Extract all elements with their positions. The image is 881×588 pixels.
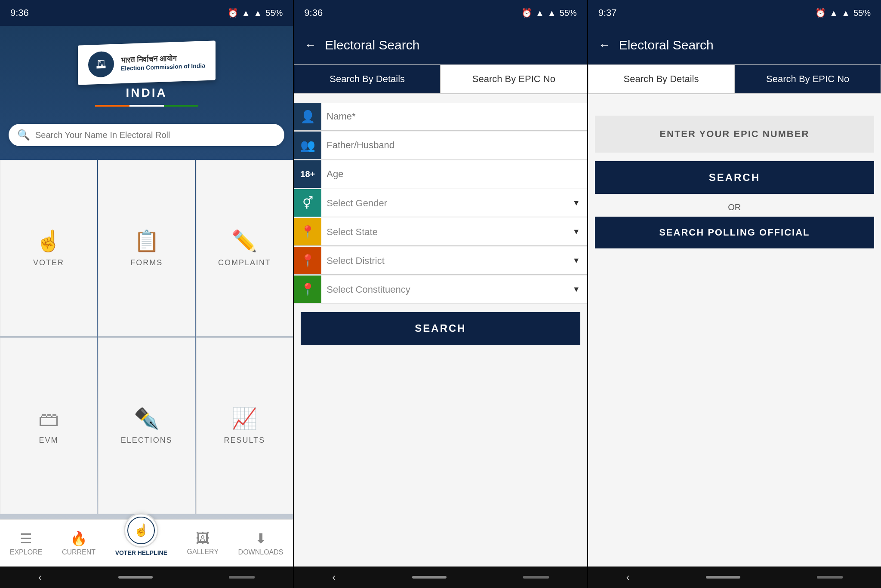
search-button-2[interactable]: SEARCH	[301, 312, 580, 345]
voter-helpline-circle: ☝	[124, 513, 158, 548]
home-pill-1	[118, 576, 153, 579]
status-bar-1: 9:36 ⏰ ▲ ▲ 55%	[0, 0, 293, 26]
nav-explore[interactable]: ☰ EXPLORE	[10, 530, 43, 556]
father-input[interactable]	[321, 132, 587, 159]
home-search-input[interactable]	[35, 130, 276, 140]
name-field-row: 👤	[294, 103, 587, 131]
form-area-2: 👤 👥 18+ ⚥ Select Gender Male Female Othe…	[294, 94, 587, 567]
orange-line	[95, 105, 129, 107]
nav-downloads[interactable]: ⬇ DOWNLOADS	[238, 530, 283, 556]
district-select[interactable]: Select District	[321, 248, 566, 274]
tab-details-3[interactable]: Search By Details	[588, 64, 735, 94]
phone-bar-1: ‹	[0, 567, 293, 588]
results-icon: 📈	[231, 407, 257, 431]
tab-epic-3[interactable]: Search By EPIC No	[734, 64, 881, 94]
or-separator: OR	[588, 202, 881, 212]
state-select[interactable]: Select State	[321, 219, 566, 245]
signal-icon: ▲	[254, 8, 262, 18]
nav-current[interactable]: 🔥 CURRENT	[62, 530, 95, 556]
forms-label: FORMS	[130, 258, 163, 267]
home-screen: 9:36 ⏰ ▲ ▲ 55% 🗳 भारत निर्वाचन आयोग Elec…	[0, 0, 293, 588]
time-1: 9:36	[10, 7, 29, 18]
alarm-icon-2: ⏰	[521, 8, 532, 18]
app-header-2: ← Electoral Search	[294, 26, 587, 64]
back-arrow-3[interactable]: ←	[598, 38, 610, 52]
father-icon: 👥	[294, 132, 321, 159]
menu-evm[interactable]: 🗃 EVM	[0, 337, 97, 514]
age-input[interactable]	[321, 161, 587, 187]
status-bar-3: 9:37 ⏰ ▲ ▲ 55%	[588, 0, 881, 26]
time-3: 9:37	[598, 7, 617, 18]
wifi-icon-2: ▲	[536, 8, 544, 18]
gender-select[interactable]: Select Gender Male Female Other	[321, 190, 566, 216]
explore-label: EXPLORE	[10, 548, 43, 556]
header-title-2: Electoral Search	[325, 38, 419, 52]
status-icons-3: ⏰ ▲ ▲ 55%	[815, 8, 871, 18]
menu-forms[interactable]: 📋 FORMS	[98, 160, 195, 337]
district-dropdown-arrow: ▼	[566, 256, 587, 265]
menu-complaint[interactable]: ✏️ COMPLAINT	[196, 160, 293, 337]
name-input[interactable]	[321, 103, 587, 130]
back-btn-sys-1[interactable]: ‹	[38, 571, 42, 583]
back-btn-sys-2[interactable]: ‹	[332, 571, 336, 583]
menu-voter[interactable]: ☝ VOTER	[0, 160, 97, 337]
nav-gallery[interactable]: 🖼 GALLERY	[187, 530, 219, 556]
electoral-search-details: 9:36 ⏰ ▲ ▲ 55% ← Electoral Search Search…	[293, 0, 587, 588]
father-field-row: 👥	[294, 132, 587, 159]
search-button-3[interactable]: SEARCH	[595, 161, 874, 194]
tab-details-2[interactable]: Search By Details	[294, 64, 440, 94]
status-icons-1: ⏰ ▲ ▲ 55%	[228, 8, 283, 18]
battery-3: 55%	[853, 8, 871, 18]
age-icon: 18+	[294, 160, 321, 188]
electoral-search-epic: 9:37 ⏰ ▲ ▲ 55% ← Electoral Search Search…	[587, 0, 881, 588]
voter-label: VOTER	[33, 258, 64, 267]
elections-icon: ✒️	[134, 407, 160, 431]
elections-label: ELECTIONS	[121, 436, 173, 445]
emblem-icon: 🗳	[88, 51, 114, 78]
back-arrow-2[interactable]: ←	[304, 38, 316, 52]
wifi-icon-3: ▲	[829, 8, 838, 18]
recents-btn-3	[817, 576, 843, 579]
recents-btn-2	[523, 576, 549, 579]
home-pill-3	[706, 576, 740, 579]
name-icon: 👤	[294, 103, 321, 130]
alarm-icon: ⏰	[228, 8, 238, 18]
app-header-3: ← Electoral Search	[588, 26, 881, 64]
bottom-nav: ☰ EXPLORE 🔥 CURRENT ☝ VOTER HELPLINE 🖼 G…	[0, 519, 293, 567]
gender-field-row: ⚥ Select Gender Male Female Other ▼	[294, 189, 587, 217]
home-pill-2	[412, 576, 447, 579]
gallery-icon: 🖼	[196, 530, 209, 546]
epic-content-area: ENTER YOUR EPIC NUMBER SEARCH OR SEARCH …	[588, 94, 881, 567]
back-btn-sys-3[interactable]: ‹	[626, 571, 630, 583]
india-label: INDIA	[126, 83, 167, 103]
polling-official-button[interactable]: SEARCH POLLING OFFICIAL	[595, 217, 874, 248]
current-icon: 🔥	[70, 530, 87, 547]
gender-icon: ⚥	[294, 189, 321, 217]
home-search-bar[interactable]: 🔍	[9, 124, 284, 146]
state-field-row: 📍 Select State ▼	[294, 218, 587, 246]
results-label: RESULTS	[224, 436, 265, 445]
voter-helpline-label: VOTER HELPLINE	[115, 549, 167, 556]
menu-elections[interactable]: ✒️ ELECTIONS	[98, 337, 195, 514]
menu-results[interactable]: 📈 RESULTS	[196, 337, 293, 514]
phone-bar-2: ‹	[294, 567, 587, 588]
complaint-icon: ✏️	[231, 229, 257, 253]
voter-helpline-inner: ☝	[127, 517, 155, 544]
state-icon: 📍	[294, 218, 321, 245]
age-field-row: 18+	[294, 160, 587, 188]
constituency-select[interactable]: Select Constituency	[321, 276, 566, 303]
constituency-dropdown-arrow: ▼	[566, 285, 587, 294]
downloads-icon: ⬇	[255, 530, 267, 547]
nav-voter-helpline[interactable]: ☝ VOTER HELPLINE	[115, 513, 167, 556]
logo-section: 🗳 भारत निर्वाचन आयोग Election Commission…	[0, 26, 293, 115]
battery-1: 55%	[265, 8, 283, 18]
epic-input-box[interactable]: ENTER YOUR EPIC NUMBER	[595, 116, 874, 153]
evm-label: EVM	[39, 436, 58, 445]
battery-2: 55%	[560, 8, 577, 18]
wifi-icon: ▲	[242, 8, 250, 18]
constituency-icon: 📍	[294, 276, 321, 303]
green-line	[164, 105, 198, 107]
header-title-3: Electoral Search	[619, 38, 714, 52]
white-line	[129, 105, 164, 107]
tab-epic-2[interactable]: Search By EPIC No	[440, 64, 587, 94]
